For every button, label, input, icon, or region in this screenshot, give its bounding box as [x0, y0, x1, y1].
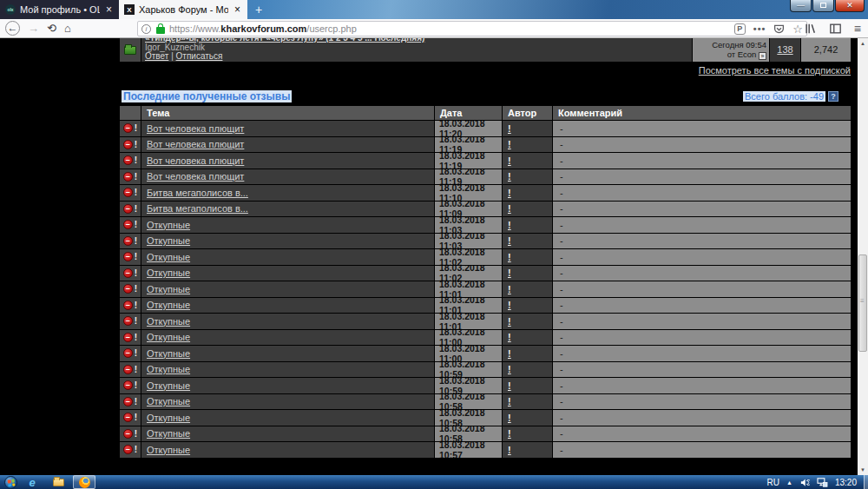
- topic-link[interactable]: Вот человека плющит: [147, 123, 244, 134]
- topic-link[interactable]: Откупные: [147, 380, 190, 391]
- author-link[interactable]: !: [508, 316, 511, 327]
- topic-cell: Откупные: [141, 298, 434, 314]
- back-button[interactable]: ←: [5, 21, 20, 36]
- author-link[interactable]: !: [508, 139, 511, 149]
- network-icon[interactable]: [817, 478, 828, 487]
- table-row: –!Битва мегаполисов в...18.03.2018 11:10…: [120, 185, 851, 202]
- topic-link[interactable]: Откупные: [147, 364, 190, 374]
- author-link[interactable]: !: [508, 188, 511, 198]
- maximize-button[interactable]: [812, 0, 834, 12]
- minimize-button[interactable]: —: [790, 0, 812, 12]
- author-link[interactable]: !: [508, 380, 511, 391]
- new-tab-button[interactable]: +: [250, 2, 267, 18]
- extension-icon[interactable]: P: [734, 23, 746, 35]
- author-link[interactable]: !: [508, 155, 511, 166]
- author-link[interactable]: !: [508, 123, 511, 134]
- author-link[interactable]: !: [508, 413, 511, 423]
- last-post-time: Сегодня 09:54: [695, 40, 766, 50]
- author-link[interactable]: !: [508, 171, 511, 182]
- topic-link[interactable]: Битва мегаполисов в...: [147, 188, 248, 198]
- tab-close-icon[interactable]: ×: [233, 3, 242, 16]
- author-link[interactable]: !: [508, 203, 511, 214]
- unsubscribe-link[interactable]: Отписаться: [176, 51, 223, 61]
- last-post-cell: Сегодня 09:54 от Econ »: [692, 38, 769, 62]
- author-link[interactable]: !: [508, 268, 511, 278]
- author-link[interactable]: !: [508, 332, 511, 342]
- author-link[interactable]: !: [508, 396, 511, 406]
- tab-olx[interactable]: olx Мой профиль • OLX.ua ×: [0, 0, 119, 19]
- start-button[interactable]: [4, 476, 17, 489]
- negative-feedback-icon: –!: [120, 330, 141, 346]
- url-bar[interactable]: i https://www.kharkovforum.com/usercp.ph…: [137, 21, 807, 36]
- sidebar-icon[interactable]: [829, 23, 842, 35]
- author-link[interactable]: !: [508, 252, 511, 262]
- reply-link[interactable]: Ответ: [145, 51, 168, 61]
- comment-cell: -: [552, 410, 851, 426]
- topic-link[interactable]: Откупные: [147, 284, 190, 294]
- taskbar-firefox-button[interactable]: [73, 475, 95, 489]
- topic-link[interactable]: Вот человека плющит: [147, 155, 244, 166]
- close-button[interactable]: ✕: [835, 0, 865, 12]
- author-link[interactable]: !: [508, 220, 511, 230]
- topic-link[interactable]: Откупные: [147, 445, 190, 455]
- replies-count-link[interactable]: 138: [777, 44, 792, 55]
- topic-link[interactable]: Вот человека плющит: [147, 171, 244, 182]
- author-link[interactable]: !: [508, 364, 511, 374]
- help-icon[interactable]: ?: [828, 91, 838, 102]
- tab-kharkovforum[interactable]: Х Харьков Форум - Мой кабине ×: [119, 0, 247, 19]
- topic-link[interactable]: Откупные: [147, 300, 190, 310]
- bookmark-star-icon[interactable]: ☆: [792, 23, 803, 36]
- topic-link[interactable]: Откупные: [147, 428, 190, 439]
- thread-title-link[interactable]: «Тиндер»-ы, которые летят «через Луну» (…: [145, 38, 688, 43]
- topic-link[interactable]: Откупные: [147, 332, 190, 342]
- library-icon[interactable]: [804, 23, 817, 35]
- topic-link[interactable]: Откупные: [147, 413, 190, 423]
- reload-button[interactable]: ⟲: [47, 20, 56, 37]
- topic-link[interactable]: Откупные: [147, 396, 190, 406]
- topic-link[interactable]: Откупные: [147, 268, 190, 278]
- table-row: –!Откупные18.03.2018 11:02!-: [120, 249, 851, 266]
- author-link[interactable]: !: [508, 428, 511, 439]
- author-link[interactable]: !: [508, 235, 511, 246]
- show-desktop-button[interactable]: [864, 475, 868, 489]
- home-button[interactable]: ⌂: [64, 20, 71, 37]
- hamburger-menu-icon[interactable]: ≡: [854, 22, 861, 36]
- vertical-scrollbar[interactable]: ▲ ▼: [858, 38, 868, 475]
- topic-link[interactable]: Откупные: [147, 235, 190, 246]
- author-link[interactable]: !: [508, 300, 511, 310]
- taskbar-explorer-button[interactable]: [47, 475, 69, 489]
- topic-link[interactable]: Откупные: [147, 220, 190, 230]
- negative-feedback-icon: –!: [120, 266, 141, 281]
- red-minus-icon: –: [123, 155, 133, 165]
- goto-last-post-icon[interactable]: »: [759, 52, 766, 60]
- topic-cell: Вот человека плющит: [141, 169, 434, 185]
- topic-link[interactable]: Откупные: [147, 316, 190, 327]
- page-actions-icon[interactable]: •••: [753, 23, 766, 34]
- topic-link[interactable]: Битва мегаполисов в...: [147, 203, 248, 214]
- forward-button[interactable]: →: [28, 20, 39, 37]
- page-info-icon[interactable]: i: [141, 24, 151, 34]
- pocket-icon[interactable]: [773, 23, 785, 35]
- author-link[interactable]: !: [508, 445, 511, 455]
- tab-close-icon[interactable]: ×: [104, 3, 114, 16]
- topic-link[interactable]: Откупные: [147, 252, 190, 262]
- clock[interactable]: 13:20: [835, 478, 857, 487]
- view-all-subscriptions-link[interactable]: Посмотреть все темы с подпиской: [699, 65, 851, 76]
- topic-link[interactable]: Вот человека плющит: [147, 139, 244, 149]
- scroll-down-icon[interactable]: ▼: [858, 465, 868, 475]
- topic-link[interactable]: Откупные: [147, 348, 190, 359]
- taskbar-ie-button[interactable]: e: [21, 475, 43, 489]
- hidden-icons-caret[interactable]: ▲: [786, 479, 792, 486]
- author-link[interactable]: !: [508, 284, 511, 294]
- negative-feedback-icon: –!: [120, 426, 141, 442]
- date-cell: 18.03.2018 11:19: [434, 137, 502, 153]
- negative-feedback-icon: –!: [120, 314, 141, 329]
- window-titlebar: olx Мой профиль • OLX.ua × Х Харьков Фор…: [0, 0, 868, 19]
- scrollbar-thumb[interactable]: [858, 254, 867, 352]
- scroll-up-icon[interactable]: ▲: [858, 38, 868, 49]
- red-minus-icon: –: [123, 268, 133, 278]
- author-link[interactable]: !: [508, 348, 511, 359]
- https-lock-icon[interactable]: [156, 23, 165, 34]
- language-indicator[interactable]: RU: [767, 478, 779, 487]
- speaker-icon[interactable]: [799, 478, 810, 487]
